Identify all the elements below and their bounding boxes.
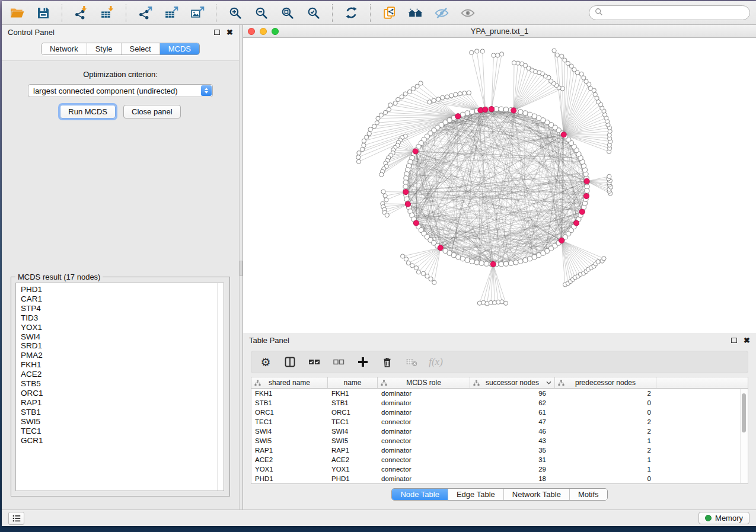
table-cell[interactable]: STB1: [328, 399, 378, 406]
mcds-result-item[interactable]: GCR1: [21, 436, 224, 446]
table-cell[interactable]: connector: [378, 418, 470, 425]
table-cell[interactable]: TEC1: [251, 418, 328, 425]
leaf-node[interactable]: [376, 116, 380, 120]
network-node[interactable]: [532, 255, 537, 259]
leaf-node[interactable]: [560, 54, 564, 58]
panel-splitter[interactable]: [239, 25, 243, 509]
table-cell[interactable]: connector: [378, 437, 470, 444]
leaf-node[interactable]: [596, 259, 600, 264]
create-column-icon[interactable]: [356, 355, 370, 369]
open-file-icon[interactable]: [8, 4, 26, 22]
leaf-node[interactable]: [504, 301, 508, 305]
table-cell[interactable]: 35: [470, 447, 555, 454]
mcds-result-item[interactable]: PMA2: [21, 351, 224, 360]
show-all-icon[interactable]: [458, 4, 477, 22]
table-cell[interactable]: TEC1: [328, 418, 378, 425]
leaf-node[interactable]: [579, 72, 583, 76]
leaf-node[interactable]: [388, 103, 393, 107]
table-cell[interactable]: dominator: [378, 390, 470, 397]
column-header-name[interactable]: name: [328, 377, 378, 388]
zoom-selected-icon[interactable]: [304, 4, 323, 22]
table-cell[interactable]: dominator: [378, 409, 470, 416]
leaf-node[interactable]: [470, 50, 474, 55]
table-tab-network-table[interactable]: Network Table: [503, 489, 569, 500]
leaf-node[interactable]: [381, 190, 385, 194]
zoom-out-icon[interactable]: [252, 4, 270, 22]
mcds-node[interactable]: [455, 114, 461, 119]
leaf-node[interactable]: [419, 81, 423, 85]
table-cell[interactable]: 1: [555, 437, 656, 444]
column-header-predecessor-nodes[interactable]: predecessor nodes: [555, 377, 656, 388]
mcds-node[interactable]: [489, 107, 494, 112]
table-row[interactable]: SWI4SWI4dominator462: [251, 427, 748, 436]
leaf-node[interactable]: [500, 52, 504, 56]
mcds-node[interactable]: [403, 190, 409, 195]
leaf-node[interactable]: [410, 264, 414, 268]
table-cell[interactable]: dominator: [378, 399, 470, 406]
table-cell[interactable]: 2: [555, 428, 656, 435]
leaf-node[interactable]: [462, 91, 467, 95]
table-cell[interactable]: ORC1: [328, 409, 378, 416]
refresh-view-icon[interactable]: [342, 4, 361, 22]
criterion-dropdown[interactable]: largest connected component (undirected): [28, 84, 213, 97]
network-node[interactable]: [528, 112, 532, 117]
table-cell[interactable]: STB1: [251, 399, 328, 406]
leaf-node[interactable]: [421, 271, 425, 275]
table-row[interactable]: FKH1FKH1dominator962: [251, 389, 748, 398]
table-row[interactable]: YOX1YOX1connector291: [251, 464, 748, 474]
column-header-mcds-role[interactable]: MCDS role: [378, 377, 470, 388]
network-node[interactable]: [494, 107, 499, 111]
leaf-node[interactable]: [416, 270, 420, 274]
table-cell[interactable]: ACE2: [251, 456, 328, 463]
mcds-result-item[interactable]: RAP1: [21, 398, 224, 408]
mcds-result-item[interactable]: PHD1: [21, 285, 224, 294]
mcds-node[interactable]: [405, 201, 410, 207]
table-cell[interactable]: SWI4: [251, 428, 328, 435]
table-mode-icon[interactable]: ⚙: [259, 355, 273, 369]
network-node[interactable]: [503, 261, 508, 266]
network-node[interactable]: [528, 257, 532, 261]
table-cell[interactable]: PHD1: [251, 475, 328, 482]
leaf-node[interactable]: [445, 95, 449, 99]
leaf-node[interactable]: [519, 62, 524, 66]
close-table-panel-icon[interactable]: ✖: [744, 336, 750, 344]
leaf-node[interactable]: [356, 155, 361, 159]
leaf-node[interactable]: [414, 266, 418, 270]
network-node[interactable]: [465, 258, 470, 262]
leaf-node[interactable]: [496, 53, 500, 57]
table-cell[interactable]: YOX1: [251, 466, 328, 473]
network-node[interactable]: [460, 112, 465, 117]
table-cell[interactable]: 1: [555, 466, 656, 473]
leaf-node[interactable]: [552, 49, 556, 53]
table-cell[interactable]: 47: [470, 418, 555, 425]
zoom-in-icon[interactable]: [226, 4, 244, 22]
table-cell[interactable]: dominator: [378, 475, 470, 482]
close-panel-icon[interactable]: ✖: [227, 28, 233, 36]
mcds-result-list[interactable]: PHD1CAR1STP4TID3YOX1SWI4SRD1PMA2FKH1ACE2…: [15, 283, 224, 491]
leaf-node[interactable]: [400, 95, 404, 99]
export-table-icon[interactable]: [162, 4, 180, 22]
leaf-node[interactable]: [362, 139, 366, 143]
network-node[interactable]: [484, 261, 489, 266]
leaf-node[interactable]: [572, 68, 576, 72]
table-cell[interactable]: FKH1: [328, 390, 378, 397]
table-cell[interactable]: dominator: [378, 447, 470, 454]
mcds-node[interactable]: [511, 108, 516, 113]
table-row[interactable]: ACE2ACE2connector311: [251, 455, 748, 464]
column-header-successor-nodes[interactable]: successor nodes: [470, 377, 555, 388]
mcds-result-item[interactable]: STB1: [21, 408, 224, 417]
table-cell[interactable]: RAP1: [328, 447, 378, 454]
table-cell[interactable]: RAP1: [251, 447, 328, 454]
table-row[interactable]: STB1STB1dominator620: [251, 398, 748, 408]
close-panel-button[interactable]: Close panel: [123, 105, 181, 118]
deselect-all-columns-icon[interactable]: [331, 355, 346, 369]
network-node[interactable]: [518, 259, 523, 264]
scrollbar-thumb[interactable]: [742, 393, 746, 432]
mcds-node[interactable]: [413, 220, 419, 226]
table-cell[interactable]: 43: [470, 437, 555, 444]
network-window-titlebar[interactable]: YPA_prune.txt_1: [243, 25, 756, 38]
leaf-node[interactable]: [566, 61, 570, 65]
float-panel-icon[interactable]: [214, 30, 220, 35]
search-field[interactable]: [589, 5, 750, 20]
mcds-node[interactable]: [413, 149, 418, 154]
